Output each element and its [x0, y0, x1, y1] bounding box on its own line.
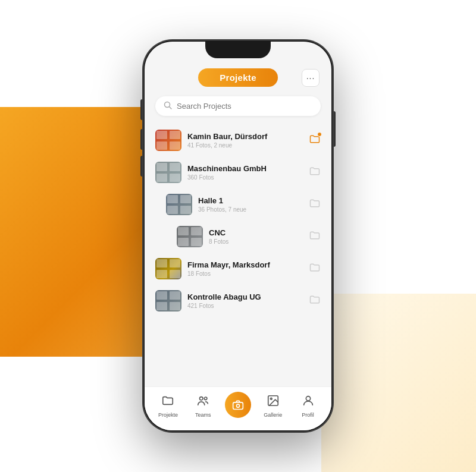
project-thumbnail — [155, 162, 181, 183]
teams-icon — [196, 394, 209, 410]
nav-item-projekte[interactable]: Projekte — [154, 394, 182, 418]
svg-rect-15 — [191, 227, 202, 235]
nav-item-gallerie[interactable]: Gallerie — [259, 394, 287, 418]
svg-rect-10 — [167, 195, 178, 203]
svg-rect-3 — [170, 131, 180, 139]
profile-icon — [302, 394, 315, 410]
svg-rect-16 — [178, 238, 189, 246]
project-item[interactable]: Halle 136 Photos, 7 neue — [145, 188, 331, 221]
svg-point-29 — [236, 404, 239, 407]
nav-label-projekte: Projekte — [158, 412, 178, 418]
badge-dot — [317, 132, 322, 137]
bottom-nav: Projekte Teams — [145, 386, 331, 430]
svg-point-31 — [270, 398, 272, 399]
nav-label-profil: Profil — [302, 412, 314, 418]
project-thumbnail — [166, 194, 192, 215]
project-name: Maschinenbau GmbH — [187, 164, 309, 174]
svg-rect-13 — [180, 206, 191, 214]
svg-rect-19 — [170, 259, 180, 268]
svg-rect-17 — [191, 238, 202, 246]
nav-label-gallerie: Gallerie — [264, 412, 282, 418]
project-item[interactable]: Kamin Baur, Dürsdorf41 Fotos, 2 neue — [145, 124, 331, 156]
project-item[interactable]: Firma Mayr, Marksdorf18 Fotos — [145, 253, 331, 285]
search-icon — [164, 101, 172, 111]
project-name: Firma Mayr, Marksdorf — [187, 260, 309, 270]
svg-rect-14 — [178, 227, 189, 235]
svg-point-32 — [306, 396, 310, 400]
svg-rect-11 — [180, 195, 191, 203]
project-info: Kamin Baur, Dürsdorf41 Fotos, 2 neue — [187, 132, 309, 149]
svg-rect-20 — [156, 270, 167, 278]
project-folder-icon — [309, 197, 321, 212]
svg-rect-4 — [156, 141, 167, 150]
project-list: Kamin Baur, Dürsdorf41 Fotos, 2 neue Mas… — [145, 122, 331, 386]
svg-point-26 — [200, 397, 203, 400]
menu-button[interactable]: ··· — [302, 69, 320, 87]
svg-line-1 — [170, 107, 172, 109]
project-meta: 360 Fotos — [187, 174, 309, 181]
project-name: CNC — [209, 228, 309, 238]
svg-rect-12 — [167, 206, 178, 214]
project-name: Kontrolle Abagu UG — [187, 292, 309, 303]
nav-item-camera[interactable] — [224, 392, 252, 420]
project-item[interactable]: Kontrolle Abagu UG421 Fotos — [145, 285, 331, 317]
svg-rect-18 — [156, 259, 167, 268]
project-folder-icon — [309, 229, 321, 244]
svg-rect-24 — [156, 302, 167, 310]
app-header: Projekte ··· — [145, 62, 331, 92]
project-meta: 8 Fotos — [209, 238, 309, 245]
project-info: Firma Mayr, Marksdorf18 Fotos — [187, 260, 309, 278]
project-meta: 421 Fotos — [187, 303, 309, 309]
project-info: Halle 136 Photos, 7 neue — [198, 196, 309, 213]
project-thumbnail — [155, 130, 181, 151]
project-info: Maschinenbau GmbH360 Fotos — [187, 164, 309, 181]
project-folder-icon — [309, 294, 321, 308]
project-item[interactable]: CNC8 Fotos — [145, 221, 331, 253]
project-meta: 36 Photos, 7 neue — [198, 206, 309, 213]
project-folder-icon — [309, 165, 321, 180]
nav-label-teams: Teams — [195, 412, 211, 418]
project-item[interactable]: Maschinenbau GmbH360 Fotos — [145, 156, 331, 188]
dots-icon: ··· — [306, 73, 315, 83]
svg-rect-28 — [233, 402, 243, 410]
svg-rect-9 — [170, 174, 180, 182]
folder-icon — [161, 394, 174, 410]
svg-rect-22 — [156, 291, 167, 300]
project-meta: 41 Fotos, 2 neue — [187, 142, 309, 149]
project-info: Kontrolle Abagu UG421 Fotos — [187, 292, 309, 310]
nav-item-teams[interactable]: Teams — [189, 394, 217, 418]
svg-rect-21 — [170, 270, 180, 278]
nav-item-profil[interactable]: Profil — [294, 394, 322, 418]
camera-icon-active[interactable] — [225, 392, 251, 418]
project-name: Halle 1 — [198, 196, 309, 206]
app-screen: Projekte ··· — [145, 42, 331, 430]
phone-screen: Projekte ··· — [145, 42, 331, 430]
svg-rect-6 — [156, 163, 167, 171]
project-thumbnail — [155, 258, 181, 279]
project-meta: 18 Fotos — [187, 270, 309, 277]
project-info: CNC8 Fotos — [209, 228, 309, 246]
svg-rect-5 — [170, 141, 180, 150]
phone-notch — [205, 42, 271, 58]
project-folder-icon — [309, 133, 321, 147]
search-bar — [155, 96, 321, 116]
header-title: Projekte — [198, 68, 278, 87]
svg-rect-7 — [170, 163, 180, 171]
svg-rect-2 — [156, 131, 167, 139]
svg-rect-8 — [156, 174, 167, 182]
bg-cream-decoration — [321, 294, 476, 472]
phone-frame: Projekte ··· — [143, 40, 333, 432]
svg-rect-25 — [170, 302, 180, 310]
project-name: Kamin Baur, Dürsdorf — [187, 132, 309, 142]
svg-point-27 — [204, 397, 207, 400]
project-folder-icon — [309, 262, 321, 276]
search-input[interactable] — [177, 102, 312, 111]
project-thumbnail — [177, 226, 203, 247]
project-thumbnail — [155, 290, 181, 311]
svg-rect-23 — [170, 291, 180, 300]
gallery-icon — [267, 394, 280, 410]
